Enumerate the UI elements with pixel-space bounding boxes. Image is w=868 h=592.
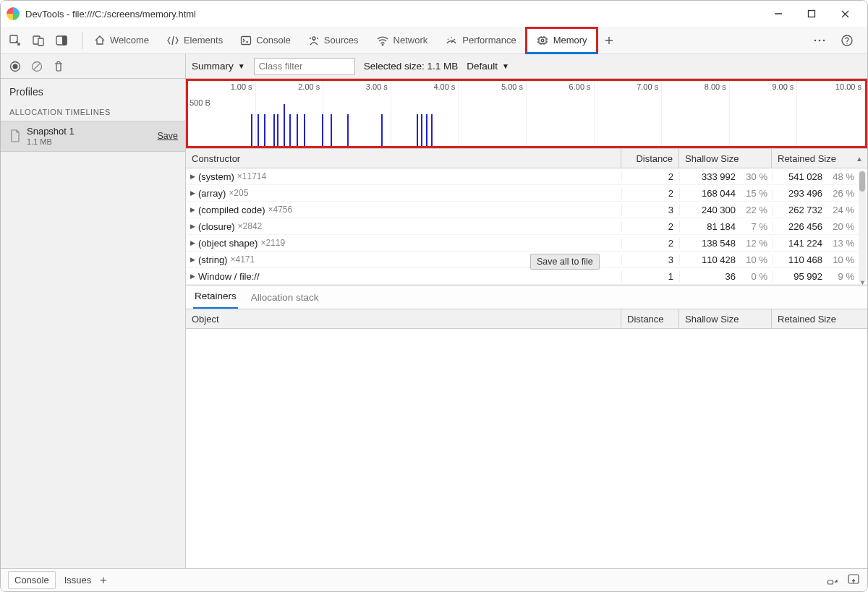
svg-rect-23 bbox=[828, 580, 833, 584]
view-default-dropdown[interactable]: Default ▼ bbox=[467, 61, 509, 72]
col-retained-2[interactable]: Retained Size bbox=[772, 309, 867, 328]
clear-button[interactable] bbox=[28, 58, 46, 75]
help-icon[interactable] bbox=[837, 30, 857, 51]
col-shallow-size[interactable]: Shallow Size bbox=[679, 149, 772, 168]
shallow-size-cell: 36 bbox=[726, 271, 736, 282]
snapshot-save-link[interactable]: Save bbox=[158, 131, 179, 141]
heap-row[interactable]: ▶(compiled code) ×47563240 30022 %262 73… bbox=[186, 202, 867, 218]
add-tab-button[interactable] bbox=[598, 27, 620, 54]
retained-pct: 9 % bbox=[830, 271, 854, 282]
svg-rect-12 bbox=[539, 38, 546, 43]
timeline-tick-label: 4.00 s bbox=[433, 82, 455, 91]
class-filter-input[interactable] bbox=[254, 58, 355, 75]
distance-cell: 2 bbox=[621, 171, 679, 182]
disclosure-triangle-icon[interactable]: ▶ bbox=[190, 256, 195, 263]
instance-count: ×205 bbox=[229, 188, 248, 198]
svg-point-10 bbox=[312, 37, 315, 40]
svg-point-20 bbox=[13, 64, 18, 69]
inspect-icon[interactable] bbox=[5, 30, 25, 51]
table-scrollbar[interactable] bbox=[859, 170, 866, 283]
allocation-bar bbox=[284, 104, 285, 146]
instance-count: ×2842 bbox=[238, 221, 263, 231]
col-constructor[interactable]: Constructor bbox=[186, 149, 621, 168]
disclosure-triangle-icon[interactable]: ▶ bbox=[190, 173, 195, 180]
svg-point-15 bbox=[819, 39, 821, 41]
tab-elements[interactable]: Elements bbox=[158, 27, 231, 54]
more-tools-icon[interactable] bbox=[809, 30, 830, 51]
col-distance[interactable]: Distance bbox=[621, 149, 679, 168]
devtools-app-icon bbox=[7, 7, 20, 20]
scroll-thumb[interactable] bbox=[859, 171, 865, 192]
allocation-bar bbox=[431, 114, 433, 146]
col-retained-size[interactable]: Retained Size ▲ bbox=[772, 149, 867, 168]
tab-allocation-stack[interactable]: Allocation stack bbox=[250, 286, 320, 309]
issues-button[interactable]: Issues bbox=[64, 575, 92, 585]
tab-retainers[interactable]: Retainers bbox=[193, 285, 238, 309]
allocation-bar bbox=[277, 114, 278, 146]
more-rows-icon[interactable]: ▼ bbox=[859, 279, 866, 286]
summary-dropdown[interactable]: Summary ▼ bbox=[192, 61, 245, 72]
maximize-button[interactable] bbox=[795, 2, 828, 25]
snapshot-item[interactable]: Snapshot 1 1.1 MB Save bbox=[1, 121, 185, 152]
snapshot-icon bbox=[8, 129, 22, 143]
allocation-bar bbox=[426, 114, 427, 146]
shallow-pct: 15 % bbox=[743, 188, 767, 199]
col-distance-2[interactable]: Distance bbox=[621, 309, 679, 328]
tab-memory[interactable]: Memory bbox=[525, 27, 598, 54]
allocation-bar bbox=[381, 114, 383, 146]
retainers-header: Object Distance Shallow Size Retained Si… bbox=[186, 309, 867, 329]
summary-label: Summary bbox=[192, 61, 234, 72]
shallow-size-cell: 110 428 bbox=[702, 254, 736, 265]
allocation-bar bbox=[297, 114, 298, 146]
shallow-pct: 12 % bbox=[743, 238, 767, 249]
shallow-size-cell: 81 184 bbox=[707, 221, 736, 232]
heap-row[interactable]: ▶(string) ×41713110 42810 %110 46810 % bbox=[186, 252, 867, 268]
allocation-bar bbox=[421, 114, 422, 146]
retained-size-cell: 110 468 bbox=[788, 254, 822, 265]
snapshot-name: Snapshot 1 bbox=[27, 126, 75, 137]
tab-console[interactable]: Console bbox=[231, 27, 299, 54]
heap-row[interactable]: ▶(object shape) ×21192138 54812 %141 224… bbox=[186, 235, 867, 252]
disclosure-triangle-icon[interactable]: ▶ bbox=[190, 273, 195, 280]
allocation-bar bbox=[331, 114, 332, 146]
tab-memory-label: Memory bbox=[553, 35, 587, 46]
minimize-button[interactable] bbox=[762, 2, 795, 25]
close-button[interactable] bbox=[828, 2, 861, 25]
svg-rect-9 bbox=[242, 36, 251, 44]
settings-icon[interactable] bbox=[827, 573, 840, 587]
heap-row[interactable]: ▶(array) ×2052168 04415 %293 49626 % bbox=[186, 185, 867, 202]
tab-sources[interactable]: Sources bbox=[299, 27, 367, 54]
device-toggle-icon[interactable] bbox=[28, 30, 48, 51]
content-toolbar: Summary ▼ Selected size: 1.1 MB Default … bbox=[186, 54, 867, 79]
distance-cell: 2 bbox=[621, 188, 679, 199]
tab-network[interactable]: Network bbox=[367, 27, 437, 54]
disclosure-triangle-icon[interactable]: ▶ bbox=[190, 189, 195, 197]
col-object[interactable]: Object bbox=[186, 309, 621, 328]
chevron-down-icon: ▼ bbox=[502, 62, 509, 70]
disclosure-triangle-icon[interactable]: ▶ bbox=[190, 206, 195, 213]
heap-row[interactable]: ▶(closure) ×2842281 1847 %226 45620 % bbox=[186, 218, 867, 235]
record-button[interactable] bbox=[7, 58, 24, 75]
tab-performance[interactable]: Performance bbox=[436, 27, 524, 54]
delete-button[interactable] bbox=[50, 58, 67, 75]
sidebar-toolbar bbox=[1, 54, 185, 79]
timeline-tick-label: 6.00 s bbox=[569, 82, 591, 91]
tab-network-label: Network bbox=[393, 35, 428, 46]
col-shallow-2[interactable]: Shallow Size bbox=[679, 309, 772, 328]
add-panel-button[interactable]: + bbox=[100, 574, 106, 587]
heap-row[interactable]: ▶Window / file://1360 %95 9929 % bbox=[186, 268, 867, 285]
dock-icon[interactable] bbox=[51, 30, 72, 51]
timeline-tick-label: 2.00 s bbox=[298, 82, 320, 91]
tab-welcome[interactable]: Welcome bbox=[85, 27, 158, 54]
window-title: DevTools - file:///C:/screens/memory.htm… bbox=[25, 9, 196, 20]
retained-pct: 20 % bbox=[830, 221, 854, 232]
profiles-heading: Profiles bbox=[1, 79, 185, 103]
console-drawer-button[interactable]: Console bbox=[8, 571, 56, 589]
disclosure-triangle-icon[interactable]: ▶ bbox=[190, 223, 195, 230]
disclosure-triangle-icon[interactable]: ▶ bbox=[190, 239, 195, 246]
retained-pct: 13 % bbox=[830, 238, 854, 249]
dock-side-icon[interactable] bbox=[847, 573, 860, 587]
tab-console-label: Console bbox=[256, 35, 291, 46]
allocation-timeline[interactable]: 1.00 s2.00 s3.00 s4.00 s5.00 s6.00 s7.00… bbox=[186, 79, 867, 148]
heap-row[interactable]: ▶(system) ×117142333 99230 %541 02848 % bbox=[186, 168, 867, 185]
